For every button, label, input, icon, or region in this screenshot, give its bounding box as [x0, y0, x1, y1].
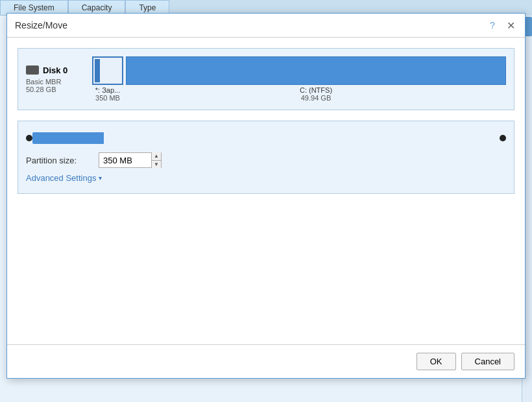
disk-info: Disk 0 Basic MBR 50.28 GB	[26, 65, 84, 93]
spinner-down-icon: ▼	[154, 161, 159, 167]
spinner-down-button[interactable]: ▼	[152, 161, 161, 169]
partition-block-0[interactable]: *: Зар... 350 MB	[92, 56, 123, 102]
disk-size: 50.28 GB	[26, 86, 84, 93]
slider-wrapper	[26, 132, 506, 144]
spinner-buttons: ▲ ▼	[151, 152, 161, 168]
close-button[interactable]: ✕	[504, 19, 517, 32]
partition-bar-0[interactable]	[92, 56, 123, 85]
size-input-wrapper: ▲ ▼	[99, 152, 162, 168]
ok-button[interactable]: OK	[417, 353, 456, 370]
advanced-settings-toggle[interactable]: Advanced Settings ▾	[26, 168, 102, 183]
spinner-up-button[interactable]: ▲	[152, 152, 161, 161]
page-wrapper: File System Capacity Type Resize/Move ? …	[0, 0, 532, 402]
disk-type: Basic MBR	[26, 78, 84, 86]
dialog-body: Disk 0 Basic MBR 50.28 GB *: Зар...	[7, 38, 525, 344]
partition-size-label: Partition size:	[26, 156, 91, 165]
dialog-title: Resize/Move	[15, 20, 67, 30]
partition-label-0: *: Зар...	[95, 86, 120, 94]
partition-bar-1[interactable]	[126, 56, 506, 85]
partition-fill-0	[95, 59, 100, 82]
slider-handle-right[interactable]	[500, 135, 506, 141]
partition-label-1: C: (NTFS)	[300, 86, 332, 94]
help-icon: ?	[490, 20, 495, 30]
dialog-titlebar: Resize/Move ? ✕	[7, 14, 525, 38]
advanced-settings-label: Advanced Settings	[26, 173, 96, 183]
chevron-down-icon: ▾	[99, 174, 102, 182]
spinner-up-icon: ▲	[154, 153, 159, 159]
partition-size-0: 350 MB	[95, 94, 120, 102]
partition-size-row: Partition size: ▲ ▼	[26, 145, 506, 168]
size-input[interactable]	[99, 153, 151, 167]
slider-filled	[32, 132, 104, 144]
disk-icon-row: Disk 0	[26, 65, 84, 75]
partitions-visual: *: Зар... 350 MB C: (NTFS) 49.94 GB	[92, 56, 506, 102]
resize-section: Partition size: ▲ ▼	[18, 121, 514, 194]
slider-handle-left[interactable]	[26, 135, 32, 141]
hdd-icon	[26, 65, 39, 75]
help-button[interactable]: ?	[486, 19, 499, 32]
disk-overview: Disk 0 Basic MBR 50.28 GB *: Зар...	[18, 48, 514, 110]
dialog: Resize/Move ? ✕ Disk	[6, 13, 520, 379]
partition-block-1[interactable]: C: (NTFS) 49.94 GB	[126, 56, 506, 102]
cancel-button[interactable]: Cancel	[461, 353, 514, 370]
titlebar-actions: ? ✕	[486, 19, 517, 32]
dialog-overlay: Resize/Move ? ✕ Disk	[6, 13, 526, 379]
dialog-footer: OK Cancel	[7, 344, 525, 378]
disk-name: Disk 0	[43, 65, 67, 75]
partition-size-1: 49.94 GB	[301, 94, 331, 102]
close-icon: ✕	[507, 19, 515, 32]
slider-track	[26, 132, 506, 145]
content-area	[18, 204, 514, 334]
